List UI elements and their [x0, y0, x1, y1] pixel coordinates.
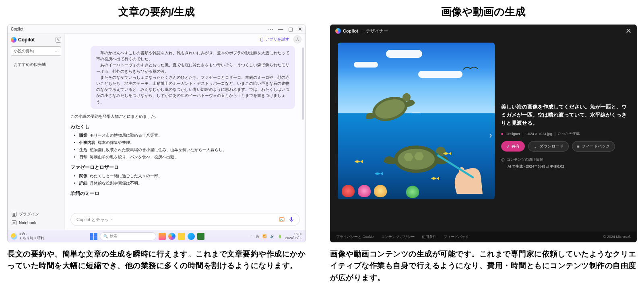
context-paragraph: 革のかばんへすこしの書類や雑誌を入れ、靴もきれいにみがき、並木のポプラの影法師を… — [96, 50, 289, 62]
hand-stylus-illustration — [433, 150, 489, 194]
right-description: 画像や動画コンテンツの生成が可能です。これまで専門家に依頼していたようなクリエイ… — [330, 248, 637, 283]
list-item: 仕事内容: 標本の採集や整理。 — [79, 140, 295, 146]
credentials-icon: 🛈 — [501, 158, 505, 162]
svg-rect-11 — [436, 154, 474, 179]
taskbar-app-icon[interactable] — [159, 233, 166, 240]
sidebar-item-novel-summary[interactable]: 小説の要約 ⋯ — [11, 46, 61, 56]
copilot-logo-icon — [11, 37, 17, 43]
summary-section-title: わたくし — [70, 123, 295, 130]
tray-wifi-icon[interactable]: 📶 — [262, 234, 267, 238]
taskbar-weather[interactable]: 33°C くもり時々晴れ — [11, 232, 44, 240]
svg-point-1 — [262, 40, 262, 41]
fish-illustration — [374, 170, 384, 175]
download-button[interactable]: ⭳ ダウンロード — [528, 141, 569, 152]
share-label: 共有 — [512, 143, 520, 149]
image-meta: ■ Designer | 1024 × 1024.jpg | たった今作成 — [501, 131, 629, 136]
window-minimize-icon[interactable]: — — [278, 26, 283, 32]
share-button[interactable]: ↗ 共有 — [501, 141, 525, 152]
sidebar-item-more-icon[interactable]: ⋯ — [55, 49, 58, 53]
copilot-brand-label: Copilot — [18, 37, 35, 43]
copilot-logo-icon — [335, 28, 341, 34]
composer — [65, 210, 305, 230]
tray-battery-icon[interactable]: 🔋 — [278, 234, 282, 238]
sidebar-item-label: 小説の要約 — [14, 48, 34, 54]
footer-feedback-link[interactable]: フィードバック — [444, 234, 469, 240]
window-title: Copilot — [11, 27, 23, 31]
tray-chevron-icon[interactable]: ˄ — [250, 234, 252, 238]
footer-terms-link[interactable]: 使用条件 — [422, 234, 436, 240]
content-credentials-value: AI で生成 · 2024年8月9日 午後6:02 — [501, 164, 629, 169]
svg-rect-4 — [291, 217, 292, 220]
content-credentials-label: 🛈 コンテンツの認証情報 — [501, 157, 629, 162]
download-label: ダウンロード — [539, 143, 564, 149]
designer-mode-label: デザイナー — [366, 28, 388, 34]
left-description: 長文の要約や、簡単な文章の生成を瞬時に行えます。これまで文章要約や作成にかかって… — [7, 248, 306, 272]
feedback-label: フィードバック — [582, 143, 610, 149]
search-icon: 🔍 — [103, 234, 108, 238]
user-avatar[interactable]: 人 — [293, 35, 301, 43]
next-image-chevron-icon[interactable]: › — [486, 127, 495, 143]
right-heading: 画像や動画の生成 — [330, 5, 637, 19]
designer-window: Copilot | デザイナー ✕ — [330, 25, 637, 242]
list-item: 生活: 植物園に改装された競馬場の番小屋に住み、山羊を飼いながら一人暮らし。 — [79, 147, 295, 153]
footer-policy-link[interactable]: コンテンツ ポリシー — [381, 234, 415, 240]
window-close-icon[interactable]: ✕ — [298, 26, 302, 32]
sidebar-notebook-link[interactable]: ▭ Notebook — [11, 219, 61, 227]
clock-date: 2024/08/09 — [285, 236, 303, 240]
designer-titlebar: Copilot | デザイナー ✕ — [330, 25, 636, 37]
tray-clock[interactable]: 18:00 2024/08/09 — [285, 232, 303, 240]
sidebar-plugin-link[interactable]: ▦ プラグイン — [11, 210, 61, 219]
image-prompt-text: 美しい海の画像を作成してください。魚が一匹と、ウミガメが一匹。空は晴れ渡っていて… — [501, 103, 629, 127]
context-paragraph: またそのなかでいっしょになったたくさんのひとたち、ファゼーロとロザーロ、羊飼のミ… — [96, 74, 289, 105]
tray-volume-icon[interactable]: 🔊 — [270, 234, 275, 238]
coral-illustration — [406, 186, 419, 198]
designer-brand-label: Copilot — [343, 29, 358, 33]
microphone-icon[interactable] — [287, 215, 295, 223]
footer-privacy-link[interactable]: プライバシーと Cookie — [336, 234, 374, 240]
context-paragraph: あのイーハトーヴォのすきとおった風、夏でも底に冷たさをもつ青いそら、うつくしい森… — [96, 62, 289, 74]
taskbar-search-placeholder: 検索 — [110, 234, 117, 239]
generated-image[interactable] — [338, 43, 495, 199]
sidebar-link-label: Notebook — [19, 221, 36, 225]
try-app-link[interactable]: アプリを試す — [260, 37, 289, 42]
list-item: 詳細: 具体的な役割や関係は不明。 — [79, 180, 295, 186]
tray-ime[interactable]: あ — [256, 234, 259, 239]
scrollbar-thumb[interactable] — [302, 47, 304, 120]
window-more-icon[interactable]: ⋯ — [268, 26, 273, 32]
weather-label: くもり時々晴れ — [19, 236, 44, 240]
meta-source: Designer — [506, 132, 520, 136]
coral-illustration — [374, 185, 387, 197]
coral-illustration — [342, 185, 355, 197]
windows-taskbar: 33°C くもり時々晴れ 🔍 検索 — [8, 230, 305, 242]
close-icon[interactable]: ✕ — [625, 27, 632, 35]
meta-size: 1024 × 1024.jpg — [526, 132, 552, 136]
composer-box[interactable] — [70, 213, 300, 226]
list-item: 職業: モリーオ市の博物局に勤める十八等官。 — [79, 133, 295, 138]
designer-footer: プライバシーと Cookie コンテンツ ポリシー 使用条件 フィードバック ©… — [330, 232, 636, 242]
taskbar-explorer-icon[interactable] — [178, 233, 185, 240]
feedback-button[interactable]: ≡ フィードバック — [572, 141, 615, 152]
chat-scroll-area[interactable]: 革のかばんへすこしの書類や雑誌を入れ、靴もきれいにみがき、並木のポプラの影法師を… — [65, 45, 305, 210]
download-icon: ⭳ — [533, 144, 537, 149]
summary-section-title: 羊飼のミーロ — [70, 190, 295, 197]
start-button[interactable] — [90, 233, 97, 240]
taskbar-copilot-icon[interactable] — [168, 233, 175, 240]
summary-section-title: ファゼーロとロザーロ — [70, 164, 295, 171]
coral-illustration — [358, 185, 371, 197]
new-chat-icon[interactable]: ✎ — [56, 37, 61, 43]
taskbar-search[interactable]: 🔍 検索 — [100, 232, 156, 240]
taskbar-store-icon[interactable] — [197, 233, 204, 240]
window-maximize-icon[interactable]: ▢ — [288, 26, 293, 32]
chat-input[interactable] — [76, 217, 276, 222]
weather-icon — [11, 233, 17, 240]
fish-illustration — [354, 158, 363, 163]
assistant-response: この小説の要約を登場人物ごとにまとめました。 わたくし 職業: モリーオ市の博物… — [70, 114, 295, 197]
left-heading: 文章の要約/生成 — [7, 5, 306, 19]
sidebar-item-sightseeing[interactable]: おすすめの観光地 — [11, 60, 61, 70]
sidebar: Copilot ✎ 小説の要約 ⋯ おすすめの観光地 ▦ プラグ — [8, 34, 65, 230]
attach-image-icon[interactable] — [278, 215, 286, 223]
taskbar-edge-icon[interactable] — [188, 233, 195, 240]
summary-lead: この小説の要約を登場人物ごとにまとめました。 — [70, 114, 295, 119]
summary-bullet-list: 関係: わたくしと一緒に過ごした人々の一部。 詳細: 具体的な役割や関係は不明。 — [79, 173, 295, 186]
image-info-panel: 美しい海の画像を作成してください。魚が一匹と、ウミガメが一匹。空は晴れ渡っていて… — [501, 43, 629, 227]
